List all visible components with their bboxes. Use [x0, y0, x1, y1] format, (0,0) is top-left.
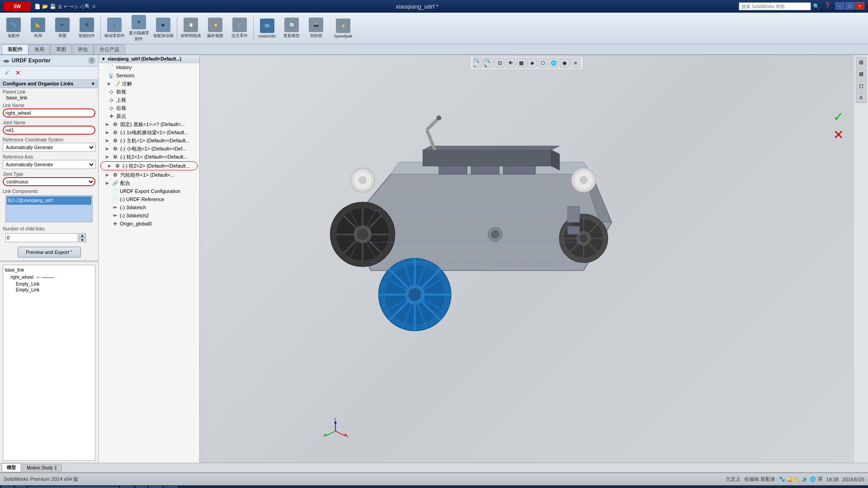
link-components-box[interactable]: 轮2-2@xiaoqiang_udrf: [5, 195, 93, 222]
minimize-button[interactable]: −: [835, 2, 844, 9]
view-button-5[interactable]: 🌐: [549, 58, 559, 68]
tree-item-right-wheel[interactable]: right_wheel ←——: [5, 273, 93, 281]
window-controls[interactable]: 🔍 ❓ − □ ×: [739, 2, 864, 10]
view-button-3[interactable]: ◈: [527, 58, 537, 68]
joint-name-input[interactable]: [3, 126, 95, 135]
view-button-1[interactable]: 👁: [505, 58, 515, 68]
rs-icon-2[interactable]: ⊠: [856, 69, 867, 80]
toolbar-btn-10[interactable]: 3D Instant3D: [255, 15, 279, 42]
task-view-button[interactable]: □: [15, 486, 26, 488]
ft-item-18[interactable]: ✏ (-) 3dsketch2: [99, 211, 199, 220]
fit-button[interactable]: ⊡: [495, 58, 505, 68]
urdf-help-button[interactable]: ?: [88, 57, 95, 64]
joint-type-select[interactable]: continuous: [3, 177, 95, 186]
tab-evaluate[interactable]: 评估: [72, 44, 94, 54]
ft-item-15[interactable]: 📄 URDF Export Configuration: [99, 187, 199, 195]
ft-item-16[interactable]: 📄 (-) URDF Reference: [99, 195, 199, 203]
ft-item-12[interactable]: ▶ ⚙ (-) 轮2<2> (Default<<Default...: [100, 161, 198, 170]
start-button[interactable]: ⊞: [2, 486, 14, 488]
ft-icon-19: ✛: [111, 220, 118, 227]
ft-item-7[interactable]: ▶ ⚙ 固定) 底板<1>->? (Default<...: [99, 120, 199, 128]
search-input[interactable]: [739, 2, 811, 10]
spin-down-button[interactable]: ▼: [79, 238, 86, 242]
ft-item-5[interactable]: ◇ 右视: [99, 104, 199, 112]
ft-item-4[interactable]: ◇ 上视: [99, 96, 199, 104]
ft-item-9[interactable]: ▶ ⚙ (-) 主机<1> (Default<<Default...: [99, 136, 199, 145]
view-button-4[interactable]: ⬡: [538, 58, 548, 68]
toolbar-btn-6[interactable]: ▶ 装配体动画: [151, 15, 175, 42]
tree-item-empty-link-1[interactable]: Empty_Link: [5, 281, 93, 287]
tab-office[interactable]: 办公产品: [94, 44, 125, 54]
tab-motion-study[interactable]: Motion Study 1: [22, 464, 62, 472]
toolbar-btn-2[interactable]: ✏ 草图: [51, 15, 74, 42]
ft-item-3[interactable]: ◇ 前视: [99, 88, 199, 96]
browser-button[interactable]: 🌐: [149, 486, 162, 488]
ref-coord-select[interactable]: Automatically Generate: [3, 143, 95, 152]
solidworks-button[interactable]: S: [136, 486, 147, 488]
toolbar-btn-0[interactable]: 🔧 装配件: [2, 15, 25, 42]
child-links-input[interactable]: [5, 233, 78, 242]
toolbar-btn-12[interactable]: 📷 拍快照: [304, 15, 328, 42]
reject-icon[interactable]: ✕: [833, 127, 844, 142]
toolbar-btn-1[interactable]: 📐 布局: [26, 15, 50, 42]
ft-item-1[interactable]: 📡 Sensors: [99, 71, 199, 80]
tab-assemble[interactable]: 装配件: [2, 44, 28, 54]
view-button-2[interactable]: ▦: [516, 58, 526, 68]
ref-coord-label: Reference Coordinate System: [3, 137, 95, 142]
feature-tree-header: ▼ xiaoqiang_udrf (Default<Default...): [99, 55, 199, 63]
ft-item-0[interactable]: 📄 History: [99, 63, 199, 71]
toolbar-btn-11[interactable]: 🔄 更新模型: [280, 15, 303, 42]
ft-item-2[interactable]: ▶ 📝 注解: [99, 80, 199, 88]
ft-item-8[interactable]: ▶ ⚙ (-) 1s电机驱动梁<1> (Default...: [99, 128, 199, 136]
spin-up-button[interactable]: ▲: [79, 233, 86, 238]
rs-icon-4[interactable]: ≡: [856, 92, 867, 103]
parent-link-value: base_link: [3, 95, 95, 100]
toolbar-btn-4[interactable]: ↔ 移动零部件: [103, 15, 126, 42]
link-name-group: Link Name: [0, 102, 98, 119]
tab-sketch[interactable]: 草图: [50, 44, 72, 54]
toolbar-btn-13[interactable]: ⚡ Speedpak: [329, 15, 358, 42]
svg-point-32: [580, 176, 588, 184]
file-explorer-button[interactable]: 📁: [120, 486, 134, 488]
help-icon[interactable]: ❓: [824, 2, 831, 10]
preview-export-button[interactable]: Preview and Export ": [18, 247, 81, 258]
tree-item-empty-link-2[interactable]: Empty_Link: [5, 287, 93, 293]
link-name-input[interactable]: [3, 108, 95, 117]
ft-item-6[interactable]: ✛ 原点: [99, 112, 199, 120]
rs-icon-1[interactable]: ⊞: [856, 57, 867, 68]
tab-model[interactable]: 模型: [2, 463, 21, 472]
ft-icon-3: ◇: [108, 88, 115, 95]
zoom-in-button[interactable]: 🔍+: [484, 58, 494, 68]
ft-item-13[interactable]: ▶ ⚙ 汽轮组件<1> (Default<...: [99, 171, 199, 179]
close-button[interactable]: ×: [855, 2, 864, 9]
confirm-button[interactable]: ✓: [3, 68, 12, 77]
toolbar-btn-9[interactable]: 🔗 交叉零件: [228, 15, 251, 42]
view-button-6[interactable]: ◉: [560, 58, 570, 68]
tab-layout[interactable]: 布局: [28, 44, 50, 54]
3d-viewport[interactable]: 🔍− 🔍+ ⊡ 👁 ▦ ◈ ⬡ 🌐 ◉ ≡ ✓ ✕: [200, 55, 854, 463]
maximize-button[interactable]: □: [845, 2, 854, 9]
tree-item-base[interactable]: base_link: [5, 267, 93, 273]
ref-axis-select[interactable]: Automatically Generate: [3, 160, 95, 169]
ft-item-17[interactable]: ✏ (-) 3dsketch: [99, 203, 199, 211]
ft-item-11[interactable]: ▶ ⚙ (-) 轮2<1> (Default<<Default...: [99, 153, 199, 161]
search-icon[interactable]: 🔍: [813, 3, 820, 9]
toolbar-btn-7[interactable]: 📋 材料明细表: [179, 15, 203, 42]
link-component-item[interactable]: 轮2-2@xiaoqiang_udrf: [7, 197, 91, 205]
ft-item-10[interactable]: ▶ ⚙ (-) 小电池<1> (Default<<Def...: [99, 145, 199, 153]
ft-item-14[interactable]: ▶ 🔗 配合: [99, 179, 199, 187]
link-tree-panel[interactable]: base_link right_wheel ←—— Empty_Link Emp…: [3, 265, 95, 461]
collapse-icon: ▼: [91, 81, 95, 86]
ft-item-19[interactable]: ✛ Origin_global0: [99, 220, 199, 228]
app-button[interactable]: 🐉: [164, 486, 178, 488]
toolbar-btn-3[interactable]: ⚙ 智能扣件: [75, 15, 99, 42]
configure-section-header[interactable]: Configure and Organize Links ▼: [0, 80, 98, 88]
toolbar-btn-5[interactable]: 👁 显示隐藏零部件: [127, 15, 151, 42]
rs-icon-3[interactable]: ◻: [856, 80, 867, 91]
cancel-button[interactable]: ✕: [14, 68, 23, 77]
view-button-7[interactable]: ≡: [571, 58, 580, 68]
zoom-out-button[interactable]: 🔍−: [473, 58, 483, 68]
svg-text:X: X: [346, 435, 349, 438]
accept-icon[interactable]: ✓: [833, 109, 844, 124]
toolbar-btn-8[interactable]: 💥 爆炸视图: [203, 15, 227, 42]
